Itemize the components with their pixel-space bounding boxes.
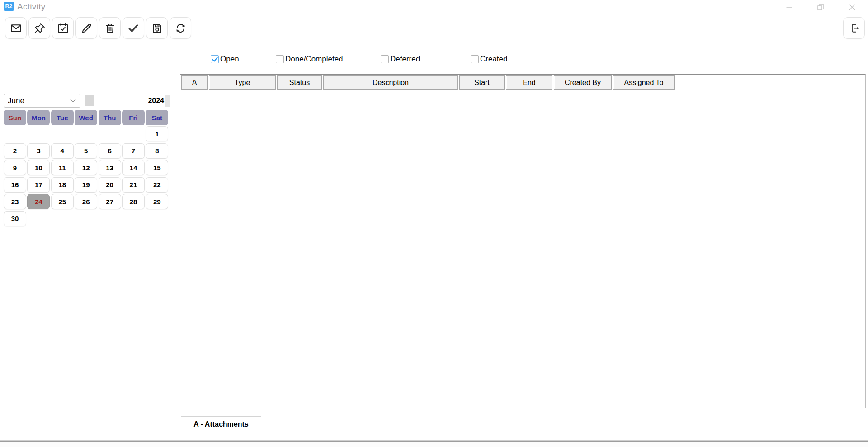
day-header-fri: Fri [122, 110, 145, 125]
calendar-day-headers: Sun Mon Tue Wed Thu Fri Sat [4, 110, 168, 125]
column-header-created-by[interactable]: Created By [554, 75, 612, 90]
close-icon [849, 4, 855, 10]
checkbox-open[interactable] [211, 55, 219, 63]
filter-done-completed[interactable]: Done/Completed [276, 55, 343, 64]
month-select-value: June [8, 96, 24, 105]
filter-deferred[interactable]: Deferred [381, 55, 420, 64]
day-header-wed: Wed [75, 110, 97, 125]
calendar-day-cell[interactable]: 3 [27, 143, 50, 159]
filter-created-label: Created [480, 55, 507, 64]
complete-button[interactable] [123, 17, 144, 39]
year-spinner[interactable] [165, 95, 170, 107]
column-header-assigned-to[interactable]: Assigned To [613, 75, 675, 90]
calendar-day-cell[interactable]: 19 [75, 177, 97, 193]
calendar-day-cell[interactable]: 10 [27, 160, 50, 175]
column-header-type[interactable]: Type [209, 75, 276, 90]
chevron-down-icon [70, 99, 76, 103]
pin-button[interactable] [28, 17, 50, 39]
calendar-day-cell[interactable]: 18 [51, 177, 74, 193]
envelope-icon [10, 22, 22, 34]
column-header-start[interactable]: Start [459, 75, 505, 90]
column-header-attachments[interactable]: A [181, 75, 208, 90]
filter-done-completed-label: Done/Completed [285, 55, 343, 64]
activity-window: R2 Activity [0, 0, 868, 447]
calendar-day-cell[interactable]: 11 [51, 160, 74, 175]
calendar-day-cell[interactable]: 8 [146, 143, 168, 159]
window-title: Activity [17, 2, 46, 12]
calendar-day-cell[interactable]: 1 [146, 126, 168, 141]
checkbox-created[interactable] [471, 55, 479, 63]
exit-button[interactable] [843, 17, 865, 39]
calendar-day-cell[interactable]: 23 [4, 194, 26, 209]
table-header-row: A Type Status Description Start End Crea… [180, 75, 865, 90]
maximize-button[interactable] [815, 3, 826, 12]
calendar-day-cell-selected[interactable]: 24 [27, 194, 50, 209]
calendar-day-cell[interactable]: 29 [146, 194, 168, 209]
calendar-day-cell[interactable]: 5 [75, 143, 97, 159]
save-button[interactable] [146, 17, 168, 39]
filter-open-label: Open [220, 55, 239, 64]
restore-icon [817, 4, 824, 10]
app-logo: R2 [4, 2, 14, 11]
delete-button[interactable] [99, 17, 121, 39]
calendar-day-cell[interactable]: 28 [122, 194, 145, 209]
calendar-day-cell[interactable]: 2 [4, 143, 26, 159]
trash-icon [104, 22, 116, 34]
edit-button[interactable] [75, 17, 97, 39]
minimize-button[interactable] [783, 3, 795, 12]
calendar-day-cell[interactable]: 21 [122, 177, 145, 193]
day-header-tue: Tue [51, 110, 74, 125]
calendar-day-cell[interactable]: 12 [75, 160, 97, 175]
calendar-day-cell[interactable]: 30 [4, 211, 26, 226]
filter-created[interactable]: Created [471, 55, 507, 64]
calendar-day-cell[interactable]: 26 [75, 194, 97, 209]
checkbox-done-completed[interactable] [276, 55, 284, 63]
calendar-day-cell[interactable]: 17 [27, 177, 50, 193]
activity-table: A Type Status Description Start End Crea… [180, 74, 866, 408]
calendar-day-cell[interactable]: 7 [122, 143, 145, 159]
pencil-icon [80, 22, 93, 34]
checkbox-deferred[interactable] [381, 55, 389, 63]
month-spinner[interactable] [85, 95, 94, 106]
day-header-sun: Sun [4, 110, 26, 125]
day-header-sat: Sat [146, 110, 168, 125]
filter-open[interactable]: Open [211, 55, 239, 64]
status-bar [0, 442, 868, 447]
calendar-day-cell[interactable]: 13 [99, 160, 121, 175]
calendar-controls: June 2024 [4, 94, 170, 108]
refresh-icon [175, 22, 187, 34]
year-field[interactable]: 2024 [95, 94, 164, 108]
calendar-day-cell[interactable]: 15 [146, 160, 168, 175]
calendar-check-icon [57, 22, 69, 34]
calendar-day-cell[interactable]: 27 [99, 194, 121, 209]
attachments-legend: A - Attachments [181, 416, 261, 432]
toolbar [5, 17, 191, 39]
calendar-day-cell[interactable]: 9 [4, 160, 26, 175]
calendar-day-cell[interactable]: 16 [4, 177, 26, 193]
email-button[interactable] [5, 17, 27, 39]
column-header-status[interactable]: Status [277, 75, 322, 90]
calendar-day-cell[interactable]: 20 [99, 177, 121, 193]
pushpin-icon [33, 22, 46, 34]
calendar-day-cell[interactable]: 22 [146, 177, 168, 193]
calendar-day-cell[interactable]: 14 [122, 160, 145, 175]
calendar-day-cell[interactable]: 25 [51, 194, 74, 209]
refresh-button[interactable] [170, 17, 191, 39]
check-icon [212, 56, 218, 63]
column-header-description[interactable]: Description [323, 75, 458, 90]
calendar-grid: 1234567891011121314151617181920212223242… [4, 126, 168, 226]
day-header-mon: Mon [27, 110, 50, 125]
month-select[interactable]: June [4, 94, 80, 108]
minimize-icon [786, 5, 792, 10]
close-button[interactable] [846, 3, 858, 12]
filter-deferred-label: Deferred [390, 55, 420, 64]
checkmark-icon [127, 22, 140, 34]
exit-icon [848, 22, 860, 34]
schedule-button[interactable] [52, 17, 74, 39]
calendar-day-cell[interactable]: 6 [99, 143, 121, 159]
calendar-day-cell[interactable]: 4 [51, 143, 74, 159]
column-header-end[interactable]: End [506, 75, 552, 90]
save-icon [151, 22, 163, 34]
day-header-thu: Thu [99, 110, 121, 125]
